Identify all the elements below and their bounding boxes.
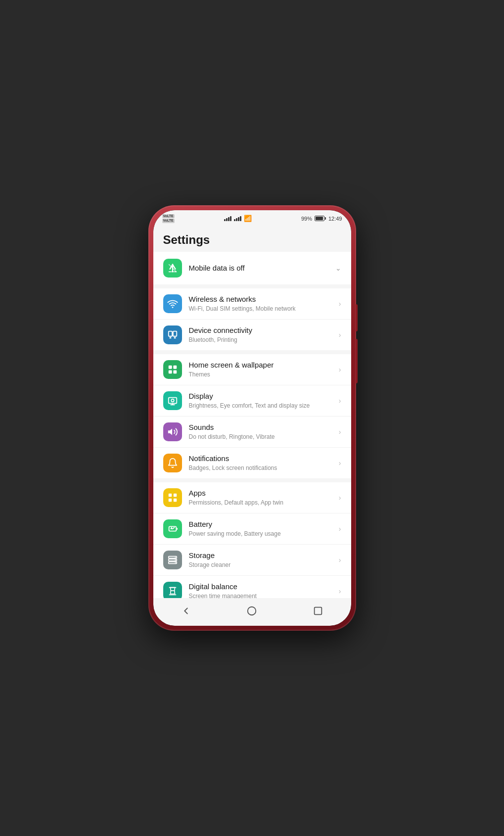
- connectivity-icon: [163, 325, 182, 344]
- storage-icon: [163, 551, 182, 569]
- svg-point-19: [171, 399, 174, 402]
- chevron-right-icon: ›: [339, 397, 341, 405]
- svg-point-36: [175, 562, 176, 563]
- digital-balance-icon: [163, 582, 182, 598]
- recents-button[interactable]: [309, 602, 327, 620]
- homescreen-text: Home screen & wallpaper Themes: [189, 360, 332, 378]
- svg-point-35: [175, 559, 176, 560]
- storage-title: Storage: [189, 551, 332, 560]
- svg-rect-8: [168, 331, 172, 336]
- battery-text: Battery Power saving mode, Battery usage: [189, 519, 332, 538]
- display-title: Display: [189, 391, 332, 401]
- volte1-label: VoLTE: [162, 214, 175, 218]
- sounds-text: Sounds Do not disturb, Ringtone, Vibrate: [189, 422, 332, 441]
- svg-rect-22: [173, 494, 176, 497]
- svg-rect-10: [169, 337, 171, 338]
- chevron-right-icon: ›: [339, 428, 341, 436]
- chevron-right-icon: ›: [339, 366, 341, 373]
- display-item[interactable]: Display Brightness, Eye comfort, Text an…: [153, 385, 351, 417]
- chevron-right-icon: ›: [339, 525, 341, 533]
- notifications-title: Notifications: [189, 454, 332, 464]
- svg-point-34: [175, 557, 176, 557]
- notifications-icon: [163, 454, 182, 472]
- apps-icon: [163, 488, 182, 507]
- homescreen-icon: [163, 360, 182, 379]
- wireless-subtitle: Wi-Fi, Dual SIM settings, Mobile network: [189, 305, 332, 313]
- svg-rect-11: [174, 337, 176, 338]
- volume-down-button[interactable]: [356, 339, 358, 383]
- apps-subtitle: Permissions, Default apps, App twin: [189, 499, 332, 507]
- mobile-data-icon: [163, 259, 182, 278]
- bottom-nav: [153, 598, 351, 626]
- svg-rect-9: [173, 331, 176, 336]
- mobile-data-label: Mobile data is off: [189, 264, 245, 272]
- chevron-right-icon: ›: [339, 331, 341, 339]
- chevron-right-icon: ›: [339, 587, 341, 595]
- svg-rect-14: [168, 370, 172, 373]
- home-button[interactable]: [243, 602, 261, 620]
- svg-rect-15: [173, 370, 177, 373]
- sounds-item[interactable]: Sounds Do not disturb, Ringtone, Vibrate…: [153, 417, 351, 448]
- digital-balance-text: Digital balance Screen time management: [189, 582, 332, 598]
- battery-icon: [315, 216, 326, 221]
- sounds-icon: [163, 422, 182, 441]
- svg-point-7: [172, 307, 173, 308]
- battery-pct-label: 99%: [301, 216, 312, 222]
- settings-section-1: Wireless & networks Wi-Fi, Dual SIM sett…: [153, 288, 351, 350]
- notifications-subtitle: Badges, Lock screen notifications: [189, 464, 332, 472]
- storage-subtitle: Storage cleaner: [189, 561, 332, 569]
- connectivity-text: Device connectivity Bluetooth, Printing: [189, 325, 332, 344]
- notifications-text: Notifications Badges, Lock screen notifi…: [189, 454, 332, 472]
- digital-balance-title: Digital balance: [189, 582, 332, 592]
- sounds-title: Sounds: [189, 422, 332, 432]
- connectivity-subtitle: Bluetooth, Printing: [189, 336, 332, 344]
- display-text: Display Brightness, Eye comfort, Text an…: [189, 391, 332, 410]
- page-content: Settings: [153, 225, 351, 598]
- status-bar: VoLTE VoLTE 📶: [153, 210, 351, 225]
- volte-indicators: VoLTE VoLTE: [162, 214, 175, 223]
- storage-item[interactable]: Storage Storage cleaner ›: [153, 545, 351, 576]
- volume-up-button[interactable]: [356, 304, 358, 331]
- display-subtitle: Brightness, Eye comfort, Text and displa…: [189, 402, 332, 410]
- svg-rect-40: [314, 607, 321, 615]
- battery-subtitle: Power saving mode, Battery usage: [189, 530, 332, 538]
- homescreen-item[interactable]: Home screen & wallpaper Themes ›: [153, 354, 351, 385]
- sounds-subtitle: Do not disturb, Ringtone, Vibrate: [189, 433, 332, 441]
- svg-point-39: [248, 607, 256, 615]
- chevron-right-icon: ›: [339, 459, 341, 467]
- storage-text: Storage Storage cleaner: [189, 551, 332, 569]
- volte2-label: VoLTE: [162, 219, 175, 223]
- wireless-icon: [163, 294, 182, 313]
- svg-rect-13: [173, 366, 177, 369]
- display-icon: [163, 391, 182, 410]
- homescreen-subtitle: Themes: [189, 371, 332, 379]
- apps-item[interactable]: Apps Permissions, Default apps, App twin…: [153, 482, 351, 513]
- back-button[interactable]: [177, 602, 195, 620]
- chevron-right-icon: ›: [339, 556, 341, 564]
- wifi-icon: 📶: [244, 215, 252, 222]
- wireless-text: Wireless & networks Wi-Fi, Dual SIM sett…: [189, 294, 332, 313]
- digital-balance-subtitle: Screen time management: [189, 592, 332, 598]
- settings-section-2: Home screen & wallpaper Themes ›: [153, 354, 351, 478]
- chevron-right-icon: ›: [339, 494, 341, 502]
- mobile-data-item[interactable]: Mobile data is off ⌄: [153, 252, 351, 284]
- signal2-icon: [234, 216, 241, 221]
- settings-section-3: Apps Permissions, Default apps, App twin…: [153, 482, 351, 598]
- svg-rect-12: [168, 366, 172, 369]
- apps-text: Apps Permissions, Default apps, App twin: [189, 488, 332, 507]
- svg-rect-16: [168, 397, 177, 403]
- connectivity-title: Device connectivity: [189, 325, 332, 335]
- phone-frame: VoLTE VoLTE 📶: [148, 205, 356, 631]
- apps-title: Apps: [189, 488, 332, 498]
- svg-rect-23: [168, 499, 171, 502]
- notifications-item[interactable]: Notifications Badges, Lock screen notifi…: [153, 448, 351, 478]
- device-connectivity-item[interactable]: Device connectivity Bluetooth, Printing …: [153, 320, 351, 350]
- wireless-networks-item[interactable]: Wireless & networks Wi-Fi, Dual SIM sett…: [153, 288, 351, 320]
- homescreen-title: Home screen & wallpaper: [189, 360, 332, 370]
- digital-balance-item[interactable]: Digital balance Screen time management ›: [153, 576, 351, 598]
- page-title: Settings: [153, 225, 351, 252]
- chevron-down-icon: ⌄: [335, 264, 341, 272]
- phone-inner: VoLTE VoLTE 📶: [153, 210, 351, 626]
- battery-item[interactable]: Battery Power saving mode, Battery usage…: [153, 513, 351, 545]
- svg-rect-21: [168, 494, 171, 497]
